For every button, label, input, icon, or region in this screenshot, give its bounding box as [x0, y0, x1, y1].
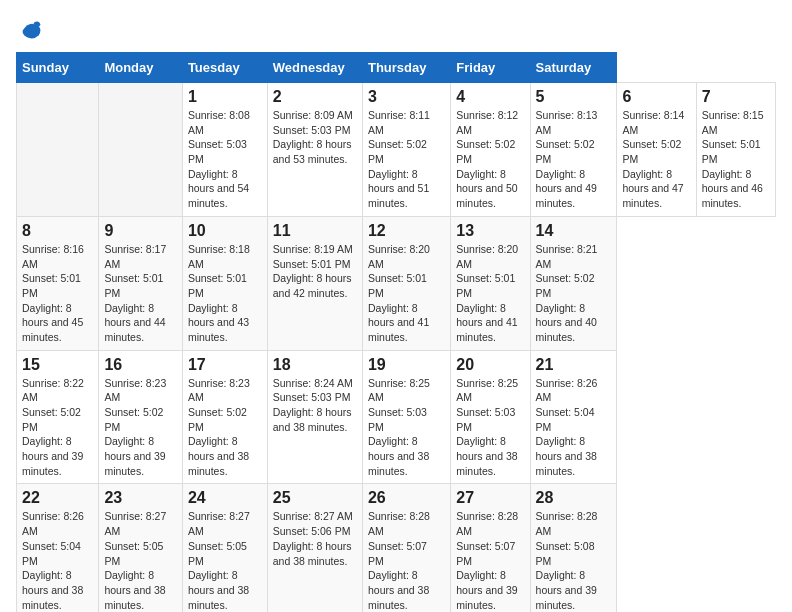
day-detail: Sunrise: 8:25 AMSunset: 5:03 PMDaylight:…	[456, 377, 518, 477]
logo	[16, 16, 48, 44]
day-detail: Sunrise: 8:24 AMSunset: 5:03 PMDaylight:…	[273, 377, 353, 433]
header-day-monday: Monday	[99, 53, 183, 83]
day-number: 14	[536, 222, 612, 240]
day-number: 28	[536, 489, 612, 507]
calendar-cell: 14Sunrise: 8:21 AMSunset: 5:02 PMDayligh…	[530, 216, 617, 350]
header-day-wednesday: Wednesday	[267, 53, 362, 83]
day-number: 17	[188, 356, 262, 374]
calendar-cell: 7Sunrise: 8:15 AMSunset: 5:01 PMDaylight…	[696, 83, 775, 217]
header-day-tuesday: Tuesday	[182, 53, 267, 83]
calendar-cell: 24Sunrise: 8:27 AMSunset: 5:05 PMDayligh…	[182, 484, 267, 612]
header-row: SundayMondayTuesdayWednesdayThursdayFrid…	[17, 53, 776, 83]
day-detail: Sunrise: 8:20 AMSunset: 5:01 PMDaylight:…	[456, 243, 518, 343]
day-number: 2	[273, 88, 357, 106]
day-detail: Sunrise: 8:08 AMSunset: 5:03 PMDaylight:…	[188, 109, 250, 209]
day-number: 1	[188, 88, 262, 106]
day-number: 6	[622, 88, 690, 106]
calendar-cell: 5Sunrise: 8:13 AMSunset: 5:02 PMDaylight…	[530, 83, 617, 217]
calendar-cell: 2Sunrise: 8:09 AMSunset: 5:03 PMDaylight…	[267, 83, 362, 217]
day-detail: Sunrise: 8:27 AMSunset: 5:05 PMDaylight:…	[188, 510, 250, 610]
header-day-friday: Friday	[451, 53, 530, 83]
calendar-body: 1Sunrise: 8:08 AMSunset: 5:03 PMDaylight…	[17, 83, 776, 613]
day-detail: Sunrise: 8:28 AMSunset: 5:08 PMDaylight:…	[536, 510, 598, 610]
calendar-cell: 17Sunrise: 8:23 AMSunset: 5:02 PMDayligh…	[182, 350, 267, 484]
calendar-cell: 8Sunrise: 8:16 AMSunset: 5:01 PMDaylight…	[17, 216, 99, 350]
day-number: 4	[456, 88, 524, 106]
logo-icon	[16, 16, 44, 44]
calendar-cell: 23Sunrise: 8:27 AMSunset: 5:05 PMDayligh…	[99, 484, 183, 612]
calendar-cell: 27Sunrise: 8:28 AMSunset: 5:07 PMDayligh…	[451, 484, 530, 612]
calendar-cell: 12Sunrise: 8:20 AMSunset: 5:01 PMDayligh…	[362, 216, 450, 350]
day-detail: Sunrise: 8:26 AMSunset: 5:04 PMDaylight:…	[22, 510, 84, 610]
day-detail: Sunrise: 8:27 AMSunset: 5:05 PMDaylight:…	[104, 510, 166, 610]
day-detail: Sunrise: 8:17 AMSunset: 5:01 PMDaylight:…	[104, 243, 166, 343]
day-detail: Sunrise: 8:09 AMSunset: 5:03 PMDaylight:…	[273, 109, 353, 165]
day-number: 12	[368, 222, 445, 240]
day-number: 13	[456, 222, 524, 240]
day-detail: Sunrise: 8:26 AMSunset: 5:04 PMDaylight:…	[536, 377, 598, 477]
day-number: 26	[368, 489, 445, 507]
day-number: 24	[188, 489, 262, 507]
day-number: 22	[22, 489, 93, 507]
day-number: 21	[536, 356, 612, 374]
day-detail: Sunrise: 8:14 AMSunset: 5:02 PMDaylight:…	[622, 109, 684, 209]
week-row-0: 1Sunrise: 8:08 AMSunset: 5:03 PMDaylight…	[17, 83, 776, 217]
header	[16, 16, 776, 44]
day-detail: Sunrise: 8:11 AMSunset: 5:02 PMDaylight:…	[368, 109, 430, 209]
day-number: 19	[368, 356, 445, 374]
calendar-cell: 9Sunrise: 8:17 AMSunset: 5:01 PMDaylight…	[99, 216, 183, 350]
day-detail: Sunrise: 8:15 AMSunset: 5:01 PMDaylight:…	[702, 109, 764, 209]
week-row-1: 8Sunrise: 8:16 AMSunset: 5:01 PMDaylight…	[17, 216, 776, 350]
week-row-2: 15Sunrise: 8:22 AMSunset: 5:02 PMDayligh…	[17, 350, 776, 484]
calendar-cell: 26Sunrise: 8:28 AMSunset: 5:07 PMDayligh…	[362, 484, 450, 612]
day-detail: Sunrise: 8:28 AMSunset: 5:07 PMDaylight:…	[456, 510, 518, 610]
calendar-cell: 10Sunrise: 8:18 AMSunset: 5:01 PMDayligh…	[182, 216, 267, 350]
calendar-cell	[17, 83, 99, 217]
day-detail: Sunrise: 8:21 AMSunset: 5:02 PMDaylight:…	[536, 243, 598, 343]
calendar-cell: 20Sunrise: 8:25 AMSunset: 5:03 PMDayligh…	[451, 350, 530, 484]
day-detail: Sunrise: 8:25 AMSunset: 5:03 PMDaylight:…	[368, 377, 430, 477]
day-number: 9	[104, 222, 177, 240]
day-number: 16	[104, 356, 177, 374]
calendar-header: SundayMondayTuesdayWednesdayThursdayFrid…	[17, 53, 776, 83]
calendar-cell: 18Sunrise: 8:24 AMSunset: 5:03 PMDayligh…	[267, 350, 362, 484]
calendar-cell: 4Sunrise: 8:12 AMSunset: 5:02 PMDaylight…	[451, 83, 530, 217]
day-detail: Sunrise: 8:13 AMSunset: 5:02 PMDaylight:…	[536, 109, 598, 209]
day-detail: Sunrise: 8:12 AMSunset: 5:02 PMDaylight:…	[456, 109, 518, 209]
day-number: 5	[536, 88, 612, 106]
calendar-cell: 13Sunrise: 8:20 AMSunset: 5:01 PMDayligh…	[451, 216, 530, 350]
day-number: 3	[368, 88, 445, 106]
day-number: 15	[22, 356, 93, 374]
day-number: 25	[273, 489, 357, 507]
calendar-cell	[99, 83, 183, 217]
day-detail: Sunrise: 8:23 AMSunset: 5:02 PMDaylight:…	[104, 377, 166, 477]
day-detail: Sunrise: 8:22 AMSunset: 5:02 PMDaylight:…	[22, 377, 84, 477]
header-day-thursday: Thursday	[362, 53, 450, 83]
day-number: 8	[22, 222, 93, 240]
calendar-cell: 6Sunrise: 8:14 AMSunset: 5:02 PMDaylight…	[617, 83, 696, 217]
day-detail: Sunrise: 8:18 AMSunset: 5:01 PMDaylight:…	[188, 243, 250, 343]
day-detail: Sunrise: 8:20 AMSunset: 5:01 PMDaylight:…	[368, 243, 430, 343]
week-row-3: 22Sunrise: 8:26 AMSunset: 5:04 PMDayligh…	[17, 484, 776, 612]
calendar-cell: 22Sunrise: 8:26 AMSunset: 5:04 PMDayligh…	[17, 484, 99, 612]
calendar-cell: 15Sunrise: 8:22 AMSunset: 5:02 PMDayligh…	[17, 350, 99, 484]
calendar-table: SundayMondayTuesdayWednesdayThursdayFrid…	[16, 52, 776, 612]
calendar-cell: 21Sunrise: 8:26 AMSunset: 5:04 PMDayligh…	[530, 350, 617, 484]
day-detail: Sunrise: 8:23 AMSunset: 5:02 PMDaylight:…	[188, 377, 250, 477]
day-detail: Sunrise: 8:16 AMSunset: 5:01 PMDaylight:…	[22, 243, 84, 343]
day-number: 27	[456, 489, 524, 507]
day-detail: Sunrise: 8:28 AMSunset: 5:07 PMDaylight:…	[368, 510, 430, 610]
day-number: 10	[188, 222, 262, 240]
header-day-sunday: Sunday	[17, 53, 99, 83]
calendar-cell: 25Sunrise: 8:27 AMSunset: 5:06 PMDayligh…	[267, 484, 362, 612]
calendar-cell: 28Sunrise: 8:28 AMSunset: 5:08 PMDayligh…	[530, 484, 617, 612]
calendar-cell: 1Sunrise: 8:08 AMSunset: 5:03 PMDaylight…	[182, 83, 267, 217]
day-number: 20	[456, 356, 524, 374]
header-day-saturday: Saturday	[530, 53, 617, 83]
day-number: 7	[702, 88, 770, 106]
calendar-cell: 3Sunrise: 8:11 AMSunset: 5:02 PMDaylight…	[362, 83, 450, 217]
day-detail: Sunrise: 8:19 AMSunset: 5:01 PMDaylight:…	[273, 243, 353, 299]
day-number: 11	[273, 222, 357, 240]
day-number: 23	[104, 489, 177, 507]
calendar-cell: 16Sunrise: 8:23 AMSunset: 5:02 PMDayligh…	[99, 350, 183, 484]
